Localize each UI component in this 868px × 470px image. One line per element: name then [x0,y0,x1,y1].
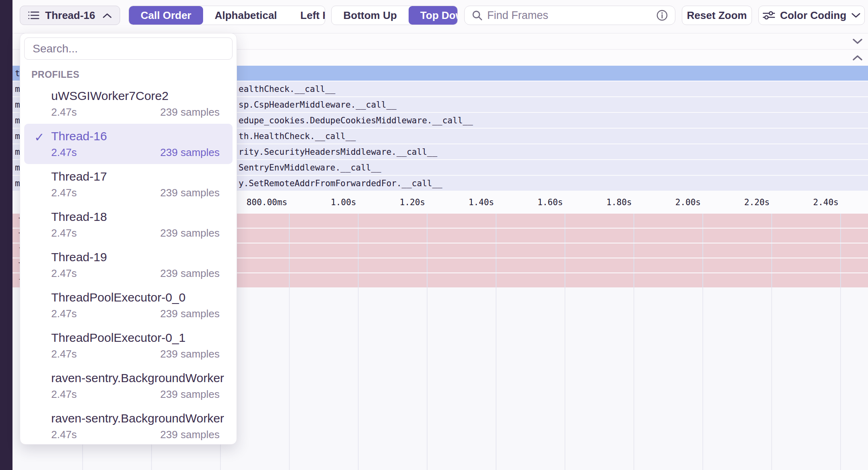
color-coding-label: Color Coding [780,9,847,22]
profile-option-name: ThreadPoolExecutor-0_0 [51,291,220,304]
gridline [633,287,634,470]
frame-label: th.HealthCheck.__call__ [239,131,356,141]
frame-label: ealthCheck.__call__ [239,84,335,94]
profile-samples: 239 samples [160,187,220,199]
axis-tick-label: 2.00s [675,198,701,207]
frame-label-fragment: m [15,163,20,173]
profile-duration: 2.47s [51,106,77,119]
profile-option-name: raven-sentry.BackgroundWorker [51,371,220,385]
gridline [565,287,565,470]
profile-option[interactable]: uWSGIWorker7Core22.47s239 samples [24,83,233,124]
profile-samples: 239 samples [160,227,220,239]
reset-zoom-button[interactable]: Reset Zoom [682,6,752,25]
profile-duration: 2.47s [51,187,77,199]
frame-label-fragment: t [15,69,20,78]
profile-option[interactable]: ✓Thread-162.47s239 samples [24,124,233,164]
profile-option[interactable]: Thread-172.47s239 samples [24,164,233,204]
profile-option-name: Thread-17 [51,170,220,183]
dropdown-search-box[interactable] [24,37,233,60]
thread-selector-button[interactable]: Thread-16 [20,6,120,25]
profile-option[interactable]: ThreadPoolExecutor-0_02.47s239 samples [24,285,233,325]
chevron-down-icon [851,13,860,18]
sliders-icon [763,10,775,20]
profile-duration: 2.47s [51,388,77,401]
sort-option-call-order[interactable]: Call Order [129,6,203,25]
gridline [840,214,841,287]
checkmark-icon: ✓ [34,130,44,144]
frame-label: rity.SecurityHeadersMiddleware.__call__ [239,147,437,157]
gridline [633,214,634,287]
gridline [289,287,290,470]
gridline [702,287,703,470]
gridline [496,214,496,287]
reset-zoom-label: Reset Zoom [687,9,747,22]
profile-duration: 2.47s [51,146,77,159]
profile-duration: 2.47s [51,428,77,441]
frame-label-fragment: m [15,179,20,188]
profile-option-meta: 2.47s239 samples [51,388,220,401]
dropdown-search-input[interactable] [33,42,224,55]
profile-duration: 2.47s [51,308,77,320]
frame-label: y.SetRemoteAddrFromForwardedFor.__call__ [239,179,442,188]
frame-label-fragment: m [15,147,20,157]
frame-label-fragment: m [15,131,20,141]
gridline [702,214,703,287]
profile-option[interactable]: Thread-192.47s239 samples [24,245,233,285]
profile-samples: 239 samples [160,106,220,119]
profile-samples: 239 samples [160,428,220,441]
profile-samples: 239 samples [160,267,220,280]
axis-tick-label: 1.20s [400,198,425,207]
profile-option-name: raven-sentry.BackgroundWorker [51,412,220,425]
list-icon [28,10,39,20]
sort-option-alphabetical[interactable]: Alphabetical [203,6,289,25]
frame-label-fragment: m [15,84,20,94]
sort-mode-segment: Call Order Alphabetical Left Heavy [129,6,325,25]
profile-samples: 239 samples [160,146,220,159]
profile-option-name: ThreadPoolExecutor-0_1 [51,331,220,345]
profile-option-meta: 2.47s239 samples [51,267,220,280]
profile-duration: 2.47s [51,348,77,360]
profile-option[interactable]: raven-sentry.BackgroundWorker2.47s239 sa… [24,406,233,446]
profile-option[interactable]: ThreadPoolExecutor-0_12.47s239 samples [24,325,233,366]
info-icon[interactable] [656,10,668,21]
gridline [771,214,772,287]
chevron-up-icon[interactable] [853,55,862,60]
profile-option-meta: 2.47s239 samples [51,348,220,360]
gridline [496,287,496,470]
app-sidebar-strip [0,0,12,470]
profile-option-name: uWSGIWorker7Core2 [51,89,220,103]
axis-tick-label: 800.00ms [247,198,287,207]
find-frames-input[interactable] [487,9,652,22]
profile-option[interactable]: raven-sentry.BackgroundWorker2.47s239 sa… [24,366,233,406]
axis-tick-label: 1.80s [606,198,632,207]
direction-option-top-down[interactable]: Top Down [409,6,458,25]
direction-option-bottom-up[interactable]: Bottom Up [332,6,409,25]
axis-tick-label: 1.00s [331,198,356,207]
axis-tick-label: 2.40s [813,198,839,207]
profile-option-meta: 2.47s239 samples [51,428,220,441]
gridline [289,214,290,287]
profile-samples: 239 samples [160,308,220,320]
profile-option[interactable]: Thread-182.47s239 samples [24,204,233,245]
profile-option-meta: 2.47s239 samples [51,106,220,119]
profile-option-meta: 2.47s239 samples [51,308,220,320]
axis-tick-label: 2.20s [744,198,770,207]
frame-label: edupe_cookies.DedupeCookiesMiddleware.__… [239,116,473,125]
frame-label-fragment: m [15,116,20,125]
profile-option-name: Thread-18 [51,210,220,224]
chevron-down-icon[interactable] [853,39,862,44]
find-frames-search[interactable] [464,6,675,25]
sort-option-left-heavy[interactable]: Left Heavy [289,6,325,25]
profiles-dropdown: PROFILES uWSGIWorker7Core22.47s239 sampl… [20,33,237,445]
profile-samples: 239 samples [160,388,220,401]
profile-option-meta: 2.47s239 samples [51,146,220,159]
profiler-toolbar: Thread-16 Call Order Alphabetical Left H… [12,0,868,33]
profiles-list: uWSGIWorker7Core22.47s239 samples✓Thread… [24,83,233,446]
direction-segment: Bottom Up Top Down [331,6,458,25]
gridline [840,287,841,470]
profiles-section-label: PROFILES [31,69,237,80]
gridline [358,214,359,287]
color-coding-button[interactable]: Color Coding [758,6,865,25]
profile-option-name: Thread-19 [51,250,220,264]
gridline [358,287,359,470]
